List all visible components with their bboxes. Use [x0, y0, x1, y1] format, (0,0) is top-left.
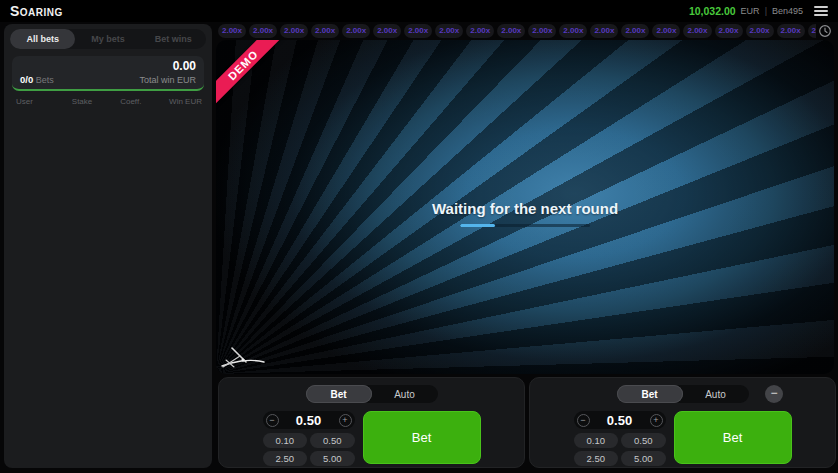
multiplier-chip[interactable]: 2.00x: [218, 24, 246, 38]
multiplier-chip[interactable]: 2.00x: [435, 24, 463, 38]
bets-sidebar: All bets My bets Bet wins 0.00 0/0 Bets …: [4, 24, 212, 468]
multiplier-chip[interactable]: 2.00x: [373, 24, 401, 38]
separator: |: [765, 6, 767, 16]
bet-auto-toggle-2: Bet Auto: [617, 385, 749, 403]
app-logo: Soaring: [10, 3, 63, 19]
progress-fill: [460, 224, 495, 227]
multiplier-chip[interactable]: 2.00x: [715, 24, 743, 38]
multiplier-chip[interactable]: 2.00x: [621, 24, 649, 38]
bets-table-header: User Stake Coeff. Win EUR: [16, 97, 202, 106]
multiplier-chip[interactable]: 2.00x: [342, 24, 370, 38]
bet-panel-1: Bet Auto − 0.50 + 0.100.502.505.00 Bet: [218, 377, 525, 468]
bet-mode-tab-2[interactable]: Bet: [617, 385, 683, 403]
quick-bet-chip[interactable]: 5.00: [621, 451, 666, 466]
remove-panel-button[interactable]: −: [765, 385, 783, 403]
tab-all-bets[interactable]: All bets: [10, 29, 75, 49]
top-bar: Soaring 10,032.00 EUR | Ben495: [0, 0, 838, 22]
bet-mode-tab-1[interactable]: Bet: [306, 385, 372, 403]
column-win: Win EUR: [169, 97, 202, 106]
total-win-label: Total win EUR: [139, 75, 196, 85]
multiplier-history: 2.00x2.00x2.00x2.00x2.00x2.00x2.00x2.00x…: [218, 24, 816, 38]
multiplier-chip[interactable]: 2.00x: [652, 24, 680, 38]
multiplier-chip[interactable]: 2.00x: [683, 24, 711, 38]
game-canvas: DEMO Waiting for the next round: [216, 40, 834, 374]
multiplier-chip[interactable]: 2.00x: [497, 24, 525, 38]
amount-value-1[interactable]: 0.50: [279, 413, 339, 428]
quick-bets-2: 0.100.502.505.00: [574, 433, 666, 466]
multiplier-chip[interactable]: 2.00x: [249, 24, 277, 38]
bets-count: 0/0 Bets: [20, 74, 54, 85]
balance-currency: EUR: [741, 6, 760, 16]
bet-panel-2: Bet Auto − − 0.50 + 0.100.502.505.00 Bet: [529, 377, 836, 468]
place-bet-button-1[interactable]: Bet: [363, 411, 481, 464]
bet-auto-toggle-1: Bet Auto: [306, 385, 438, 403]
multiplier-chip[interactable]: 2.00x: [590, 24, 618, 38]
bets-count-label: Bets: [36, 75, 54, 85]
quick-bet-chip[interactable]: 2.50: [263, 451, 308, 466]
increase-amount-button-2[interactable]: +: [650, 414, 663, 427]
account-area: 10,032.00 EUR | Ben495: [689, 5, 828, 17]
quick-bet-chip[interactable]: 0.50: [621, 433, 666, 448]
amount-value-2[interactable]: 0.50: [590, 413, 650, 428]
quick-bet-chip[interactable]: 0.10: [574, 433, 619, 448]
hamburger-menu-icon[interactable]: [814, 6, 828, 16]
waiting-text: Waiting for the next round: [216, 200, 834, 217]
round-progress-bar: [460, 224, 590, 227]
sidebar-tabs: All bets My bets Bet wins: [10, 29, 206, 49]
multiplier-chip[interactable]: 2.00x: [777, 24, 805, 38]
quick-bet-chip[interactable]: 2.50: [574, 451, 619, 466]
bets-summary-card: 0.00 0/0 Bets Total win EUR: [12, 56, 204, 91]
tab-bet-wins[interactable]: Bet wins: [141, 29, 206, 49]
column-stake: Stake: [72, 97, 120, 106]
multiplier-chip[interactable]: 2.00x: [559, 24, 587, 38]
auto-mode-tab-2[interactable]: Auto: [683, 385, 749, 403]
bets-count-value: 0/0: [20, 74, 33, 85]
amount-stepper-1: − 0.50 +: [263, 411, 355, 429]
decrease-amount-button-1[interactable]: −: [266, 414, 279, 427]
quick-bet-chip[interactable]: 5.00: [310, 451, 355, 466]
increase-amount-button-1[interactable]: +: [339, 414, 352, 427]
auto-mode-tab-1[interactable]: Auto: [372, 385, 438, 403]
multiplier-chip[interactable]: 2.00x: [280, 24, 308, 38]
quick-bet-chip[interactable]: 0.50: [310, 433, 355, 448]
multiplier-chip[interactable]: 2.00x: [466, 24, 494, 38]
multiplier-chip[interactable]: 2.00x: [528, 24, 556, 38]
app-window: Soaring 10,032.00 EUR | Ben495 All bets …: [0, 0, 838, 473]
multiplier-chip[interactable]: 2.00x: [746, 24, 774, 38]
column-user: User: [16, 97, 72, 106]
glider-plane-icon: [219, 340, 267, 370]
amount-stepper-2: − 0.50 +: [574, 411, 666, 429]
total-win-value: 0.00: [20, 60, 196, 73]
place-bet-button-2[interactable]: Bet: [674, 411, 792, 464]
multiplier-chip[interactable]: 2.00x: [404, 24, 432, 38]
decrease-amount-button-2[interactable]: −: [577, 414, 590, 427]
multiplier-chip[interactable]: 2.00x: [808, 24, 816, 38]
username: Ben495: [772, 6, 803, 16]
column-coeff: Coeff.: [120, 97, 169, 106]
quick-bet-chip[interactable]: 0.10: [263, 433, 308, 448]
round-status: Waiting for the next round: [216, 200, 834, 227]
history-clock-icon[interactable]: [818, 24, 832, 38]
balance-value: 10,032.00: [689, 5, 736, 17]
tab-my-bets[interactable]: My bets: [75, 29, 140, 49]
quick-bets-1: 0.100.502.505.00: [263, 433, 355, 466]
multiplier-chip[interactable]: 2.00x: [311, 24, 339, 38]
